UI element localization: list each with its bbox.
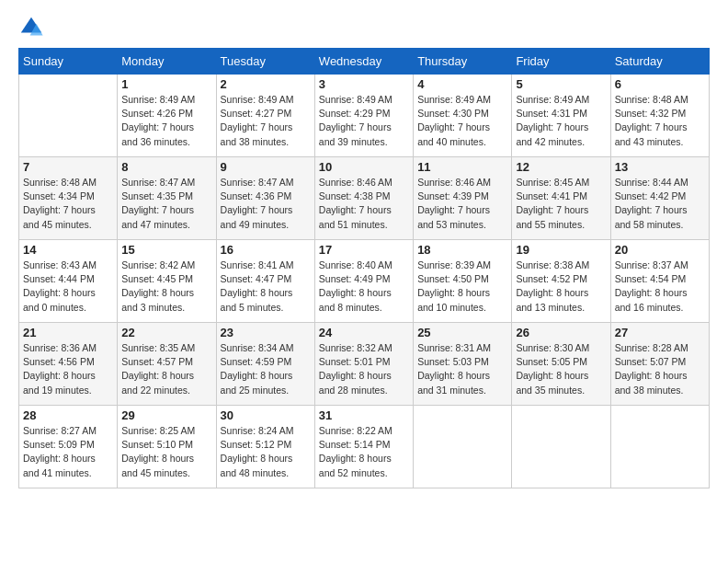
- calendar-week-1: 1Sunrise: 8:49 AMSunset: 4:26 PMDaylight…: [19, 75, 710, 157]
- calendar-cell: 16Sunrise: 8:41 AMSunset: 4:47 PMDayligh…: [216, 240, 314, 323]
- calendar-cell: 15Sunrise: 8:42 AMSunset: 4:45 PMDayligh…: [118, 240, 216, 323]
- day-number: 3: [319, 77, 409, 91]
- day-info: Sunrise: 8:38 AMSunset: 4:52 PMDaylight:…: [516, 259, 606, 315]
- logo-icon: [18, 15, 44, 40]
- day-number: 27: [615, 326, 705, 339]
- day-info: Sunrise: 8:25 AMSunset: 5:10 PMDaylight:…: [121, 424, 211, 480]
- calendar-cell: 8Sunrise: 8:47 AMSunset: 4:35 PMDaylight…: [118, 157, 216, 240]
- calendar-week-3: 14Sunrise: 8:43 AMSunset: 4:44 PMDayligh…: [19, 240, 710, 323]
- calendar-cell: 22Sunrise: 8:35 AMSunset: 4:57 PMDayligh…: [118, 323, 216, 406]
- calendar-cell: 5Sunrise: 8:49 AMSunset: 4:31 PMDaylight…: [512, 75, 610, 157]
- day-info: Sunrise: 8:46 AMSunset: 4:38 PMDaylight:…: [319, 176, 409, 232]
- day-number: 13: [615, 160, 705, 174]
- day-number: 14: [23, 243, 113, 257]
- day-info: Sunrise: 8:47 AMSunset: 4:36 PMDaylight:…: [221, 176, 311, 232]
- day-info: Sunrise: 8:32 AMSunset: 5:01 PMDaylight:…: [319, 341, 409, 397]
- day-info: Sunrise: 8:37 AMSunset: 4:54 PMDaylight:…: [615, 259, 705, 315]
- day-number: 15: [121, 243, 211, 257]
- day-info: Sunrise: 8:22 AMSunset: 5:14 PMDaylight:…: [319, 424, 409, 480]
- calendar-cell: 20Sunrise: 8:37 AMSunset: 4:54 PMDayligh…: [610, 240, 709, 323]
- day-number: 18: [417, 243, 507, 257]
- day-number: 23: [221, 326, 311, 339]
- day-number: 7: [23, 160, 113, 174]
- day-info: Sunrise: 8:49 AMSunset: 4:27 PMDaylight:…: [221, 93, 311, 149]
- day-number: 26: [516, 326, 606, 339]
- day-info: Sunrise: 8:43 AMSunset: 4:44 PMDaylight:…: [23, 259, 113, 315]
- day-info: Sunrise: 8:31 AMSunset: 5:03 PMDaylight:…: [417, 341, 507, 397]
- day-info: Sunrise: 8:48 AMSunset: 4:34 PMDaylight:…: [23, 176, 113, 232]
- day-info: Sunrise: 8:42 AMSunset: 4:45 PMDaylight:…: [121, 259, 211, 315]
- day-info: Sunrise: 8:44 AMSunset: 4:42 PMDaylight:…: [615, 176, 705, 232]
- calendar-cell: 10Sunrise: 8:46 AMSunset: 4:38 PMDayligh…: [314, 157, 413, 240]
- calendar-cell: 26Sunrise: 8:30 AMSunset: 5:05 PMDayligh…: [512, 323, 610, 406]
- day-number: 12: [516, 160, 606, 174]
- day-number: 9: [221, 160, 311, 174]
- calendar-cell: 14Sunrise: 8:43 AMSunset: 4:44 PMDayligh…: [19, 240, 118, 323]
- day-number: 1: [121, 77, 211, 91]
- calendar-cell: 28Sunrise: 8:27 AMSunset: 5:09 PMDayligh…: [19, 406, 118, 488]
- day-number: 31: [319, 408, 409, 422]
- day-info: Sunrise: 8:45 AMSunset: 4:41 PMDaylight:…: [516, 176, 606, 232]
- day-number: 29: [121, 408, 211, 422]
- day-number: 19: [516, 243, 606, 257]
- day-number: 2: [221, 77, 311, 91]
- weekday-header-sunday: Sunday: [19, 49, 118, 75]
- day-info: Sunrise: 8:35 AMSunset: 4:57 PMDaylight:…: [121, 341, 211, 397]
- day-info: Sunrise: 8:49 AMSunset: 4:30 PMDaylight:…: [417, 93, 507, 149]
- weekday-header-monday: Monday: [118, 49, 216, 75]
- day-number: 6: [615, 77, 705, 91]
- calendar-week-5: 28Sunrise: 8:27 AMSunset: 5:09 PMDayligh…: [19, 406, 710, 488]
- day-number: 30: [221, 408, 311, 422]
- day-number: 11: [417, 160, 507, 174]
- calendar-cell: 23Sunrise: 8:34 AMSunset: 4:59 PMDayligh…: [216, 323, 314, 406]
- day-info: Sunrise: 8:49 AMSunset: 4:29 PMDaylight:…: [319, 93, 409, 149]
- calendar-cell: 25Sunrise: 8:31 AMSunset: 5:03 PMDayligh…: [414, 323, 512, 406]
- weekday-header-thursday: Thursday: [414, 49, 512, 75]
- weekday-header-tuesday: Tuesday: [216, 49, 314, 75]
- day-number: 16: [221, 243, 311, 257]
- day-info: Sunrise: 8:41 AMSunset: 4:47 PMDaylight:…: [221, 259, 311, 315]
- calendar-cell: 29Sunrise: 8:25 AMSunset: 5:10 PMDayligh…: [118, 406, 216, 488]
- calendar-cell: 3Sunrise: 8:49 AMSunset: 4:29 PMDaylight…: [314, 75, 413, 157]
- calendar-cell: 18Sunrise: 8:39 AMSunset: 4:50 PMDayligh…: [414, 240, 512, 323]
- day-number: 24: [319, 326, 409, 339]
- weekday-header-friday: Friday: [512, 49, 610, 75]
- calendar-cell: 30Sunrise: 8:24 AMSunset: 5:12 PMDayligh…: [216, 406, 314, 488]
- day-info: Sunrise: 8:47 AMSunset: 4:35 PMDaylight:…: [121, 176, 211, 232]
- day-number: 28: [23, 408, 113, 422]
- day-number: 4: [417, 77, 507, 91]
- day-info: Sunrise: 8:30 AMSunset: 5:05 PMDaylight:…: [516, 341, 606, 397]
- calendar-cell: 1Sunrise: 8:49 AMSunset: 4:26 PMDaylight…: [118, 75, 216, 157]
- day-info: Sunrise: 8:49 AMSunset: 4:26 PMDaylight:…: [121, 93, 211, 149]
- calendar-cell: 19Sunrise: 8:38 AMSunset: 4:52 PMDayligh…: [512, 240, 610, 323]
- day-info: Sunrise: 8:49 AMSunset: 4:31 PMDaylight:…: [516, 93, 606, 149]
- calendar-cell: [610, 406, 709, 488]
- calendar-cell: 4Sunrise: 8:49 AMSunset: 4:30 PMDaylight…: [414, 75, 512, 157]
- day-info: Sunrise: 8:39 AMSunset: 4:50 PMDaylight:…: [417, 259, 507, 315]
- calendar-cell: 27Sunrise: 8:28 AMSunset: 5:07 PMDayligh…: [610, 323, 709, 406]
- calendar-cell: 17Sunrise: 8:40 AMSunset: 4:49 PMDayligh…: [314, 240, 413, 323]
- day-number: 10: [319, 160, 409, 174]
- logo: [18, 15, 48, 40]
- calendar-week-4: 21Sunrise: 8:36 AMSunset: 4:56 PMDayligh…: [19, 323, 710, 406]
- day-number: 5: [516, 77, 606, 91]
- day-number: 20: [615, 243, 705, 257]
- day-info: Sunrise: 8:34 AMSunset: 4:59 PMDaylight:…: [221, 341, 311, 397]
- header: [18, 15, 710, 40]
- calendar-cell: 24Sunrise: 8:32 AMSunset: 5:01 PMDayligh…: [314, 323, 413, 406]
- calendar-cell: 21Sunrise: 8:36 AMSunset: 4:56 PMDayligh…: [19, 323, 118, 406]
- day-info: Sunrise: 8:28 AMSunset: 5:07 PMDaylight:…: [615, 341, 705, 397]
- day-info: Sunrise: 8:40 AMSunset: 4:49 PMDaylight:…: [319, 259, 409, 315]
- calendar-table: SundayMondayTuesdayWednesdayThursdayFrid…: [18, 48, 710, 488]
- calendar-cell: 9Sunrise: 8:47 AMSunset: 4:36 PMDaylight…: [216, 157, 314, 240]
- calendar-cell: 11Sunrise: 8:46 AMSunset: 4:39 PMDayligh…: [414, 157, 512, 240]
- day-number: 21: [23, 326, 113, 339]
- day-number: 25: [417, 326, 507, 339]
- day-number: 17: [319, 243, 409, 257]
- calendar-cell: [512, 406, 610, 488]
- calendar-week-2: 7Sunrise: 8:48 AMSunset: 4:34 PMDaylight…: [19, 157, 710, 240]
- calendar-cell: 13Sunrise: 8:44 AMSunset: 4:42 PMDayligh…: [610, 157, 709, 240]
- calendar-cell: 12Sunrise: 8:45 AMSunset: 4:41 PMDayligh…: [512, 157, 610, 240]
- day-info: Sunrise: 8:24 AMSunset: 5:12 PMDaylight:…: [221, 424, 311, 480]
- day-info: Sunrise: 8:48 AMSunset: 4:32 PMDaylight:…: [615, 93, 705, 149]
